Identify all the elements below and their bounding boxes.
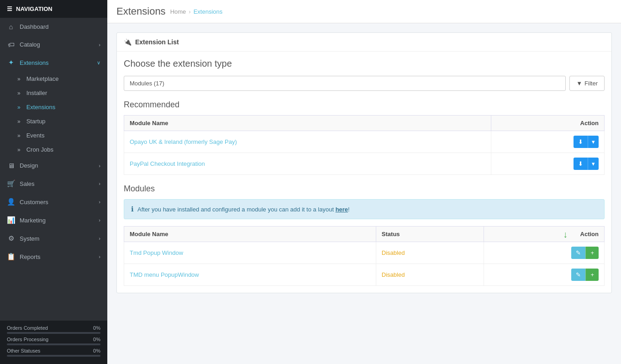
orders-completed-stat: Orders Completed 0% bbox=[7, 325, 100, 334]
system-icon: ⚙ bbox=[7, 234, 15, 243]
modules-table: Module Name Status Action ↓ bbox=[124, 226, 605, 286]
modules-alert: ℹ After you have installed and configure… bbox=[124, 199, 605, 219]
tmd-menu-link[interactable]: TMD menu PopupWindow bbox=[130, 271, 199, 278]
panel-header-label: Extension List bbox=[135, 38, 179, 46]
other-statuses-value: 0% bbox=[93, 348, 100, 353]
modules-col-status: Status bbox=[376, 227, 484, 242]
here-link[interactable]: here bbox=[336, 206, 348, 213]
paypal-action-group: ⬇ ▾ bbox=[574, 158, 599, 170]
chevron-right-icon-marketing: › bbox=[99, 217, 100, 223]
recommended-row1-name: Opayo UK & Ireland (formerly Sage Pay) bbox=[124, 131, 491, 153]
tmd-menu-action-group: ✎ + bbox=[571, 269, 599, 281]
chevron-right-icon-customers: › bbox=[99, 199, 100, 205]
sidebar-stats: Orders Completed 0% Orders Processing 0%… bbox=[0, 321, 107, 364]
topbar: Extensions Home › Extensions bbox=[107, 0, 621, 23]
extensions-icon: ✦ bbox=[7, 58, 15, 67]
tmd-popup-add-button[interactable]: + bbox=[585, 247, 599, 259]
opayo-dropdown-button[interactable]: ▾ bbox=[588, 136, 599, 148]
reports-icon: 📋 bbox=[7, 253, 15, 261]
sidebar-label-dashboard: Dashboard bbox=[20, 23, 49, 30]
paypal-link[interactable]: PayPal Checkout Integration bbox=[130, 160, 205, 167]
sub-label-marketplace: Marketplace bbox=[26, 75, 59, 82]
panel-header: 🔌 Extension List bbox=[117, 33, 611, 52]
opayo-link[interactable]: Opayo UK & Ireland (formerly Sage Pay) bbox=[130, 138, 237, 145]
modules-col-name: Module Name bbox=[124, 227, 376, 242]
alert-text: After you have installed and configured … bbox=[137, 206, 350, 213]
breadcrumb-extensions[interactable]: Extensions bbox=[194, 8, 223, 15]
module-row2-status: Disabled bbox=[376, 264, 484, 286]
extension-type-select[interactable]: Modules (17) bbox=[124, 76, 566, 91]
sidebar-label-system: System bbox=[20, 235, 39, 242]
modules-col-action: Action ↓ bbox=[484, 227, 604, 242]
marketing-icon: 📊 bbox=[7, 216, 15, 224]
panel-body: Choose the extension type Modules (17) ▼… bbox=[117, 52, 611, 293]
paypal-dropdown-button[interactable]: ▾ bbox=[588, 158, 599, 170]
recommended-row1-action: ⬇ ▾ bbox=[491, 131, 605, 153]
sidebar-sub-events[interactable]: Events bbox=[0, 128, 107, 142]
sub-label-startup: Startup bbox=[26, 118, 46, 125]
other-statuses-bar-bg bbox=[7, 355, 100, 357]
info-icon: ℹ bbox=[131, 205, 134, 213]
filter-row: Modules (17) ▼ Filter bbox=[124, 76, 605, 91]
sidebar-item-marketing[interactable]: 📊 Marketing › bbox=[0, 211, 107, 229]
content-area: 🔌 Extension List Choose the extension ty… bbox=[107, 23, 621, 311]
breadcrumb-home[interactable]: Home bbox=[170, 8, 186, 15]
sidebar-item-extensions[interactable]: ✦ Extensions ∨ bbox=[0, 53, 107, 72]
arrow-down-indicator: ↓ bbox=[563, 229, 568, 240]
sidebar-label-catalog: Catalog bbox=[20, 41, 40, 48]
recommended-row2-name: PayPal Checkout Integration bbox=[124, 153, 491, 175]
tmd-popup-action-group: ✎ + bbox=[571, 247, 599, 259]
table-row: Tmd Popup Window Disabled ✎ + bbox=[124, 242, 605, 264]
sidebar-item-system[interactable]: ⚙ System › bbox=[0, 229, 107, 248]
sidebar-sub-startup[interactable]: Startup bbox=[0, 114, 107, 128]
recommended-title: Recommended bbox=[124, 100, 605, 110]
sidebar-item-design[interactable]: 🖥 Design › bbox=[0, 157, 107, 174]
tmd-popup-edit-button[interactable]: ✎ bbox=[571, 247, 585, 259]
orders-processing-bar-bg bbox=[7, 343, 100, 345]
sidebar-sub-extensions[interactable]: Extensions bbox=[0, 100, 107, 114]
tmd-popup-link[interactable]: Tmd Popup Window bbox=[130, 249, 183, 256]
recommended-section: Recommended Module Name Action Opayo U bbox=[124, 100, 605, 175]
tmd-menu-add-button[interactable]: + bbox=[585, 269, 599, 281]
sidebar-label-design: Design bbox=[20, 162, 38, 169]
recommended-row2-action: ⬇ ▾ bbox=[491, 153, 605, 175]
module-row2-action: ✎ + bbox=[484, 264, 604, 286]
sidebar-title: NAVIGATION bbox=[16, 5, 53, 12]
chevron-down-icon: ∨ bbox=[97, 60, 100, 66]
recommended-col-action: Action bbox=[491, 116, 605, 131]
status-badge-disabled: Disabled bbox=[382, 249, 405, 256]
sidebar: ☰ NAVIGATION ⌂ Dashboard 🏷 Catalog › ✦ E… bbox=[0, 0, 107, 364]
chevron-right-icon: › bbox=[99, 42, 100, 47]
sidebar-sub-cronjobs[interactable]: Cron Jobs bbox=[0, 142, 107, 157]
sidebar-sub-marketplace[interactable]: Marketplace bbox=[0, 72, 107, 86]
modules-title: Modules bbox=[124, 184, 605, 194]
orders-processing-value: 0% bbox=[93, 337, 100, 342]
paypal-download-button[interactable]: ⬇ bbox=[574, 158, 588, 170]
sidebar-label-reports: Reports bbox=[20, 253, 41, 260]
filter-button[interactable]: ▼ Filter bbox=[569, 76, 605, 91]
sidebar-item-sales[interactable]: 🛒 Sales › bbox=[0, 174, 107, 193]
sidebar-item-dashboard[interactable]: ⌂ Dashboard bbox=[0, 18, 107, 36]
sidebar-item-reports[interactable]: 📋 Reports › bbox=[0, 248, 107, 266]
recommended-col-name: Module Name bbox=[124, 116, 491, 131]
sidebar-sub-installer[interactable]: Installer bbox=[0, 86, 107, 100]
table-row: Opayo UK & Ireland (formerly Sage Pay) ⬇… bbox=[124, 131, 605, 153]
other-statuses-stat: Other Statuses 0% bbox=[7, 348, 100, 357]
sidebar-label-customers: Customers bbox=[20, 199, 48, 206]
filter-funnel-icon: ▼ bbox=[576, 80, 582, 87]
orders-completed-value: 0% bbox=[93, 325, 100, 331]
tmd-menu-edit-button[interactable]: ✎ bbox=[571, 269, 585, 281]
sub-label-events: Events bbox=[26, 132, 45, 139]
puzzle-icon: 🔌 bbox=[124, 38, 132, 46]
filter-button-label: Filter bbox=[584, 80, 598, 87]
page-title: Extensions bbox=[116, 5, 166, 17]
orders-processing-stat: Orders Processing 0% bbox=[7, 337, 100, 345]
sidebar-item-customers[interactable]: 👤 Customers › bbox=[0, 193, 107, 211]
opayo-download-button[interactable]: ⬇ bbox=[574, 136, 588, 148]
sales-icon: 🛒 bbox=[7, 179, 15, 188]
modules-section: Modules ℹ After you have installed and c… bbox=[124, 184, 605, 286]
sidebar-item-catalog[interactable]: 🏷 Catalog › bbox=[0, 36, 107, 53]
table-row: TMD menu PopupWindow Disabled ✎ + bbox=[124, 264, 605, 286]
status-badge-disabled-2: Disabled bbox=[382, 271, 405, 278]
home-icon: ⌂ bbox=[7, 23, 15, 31]
